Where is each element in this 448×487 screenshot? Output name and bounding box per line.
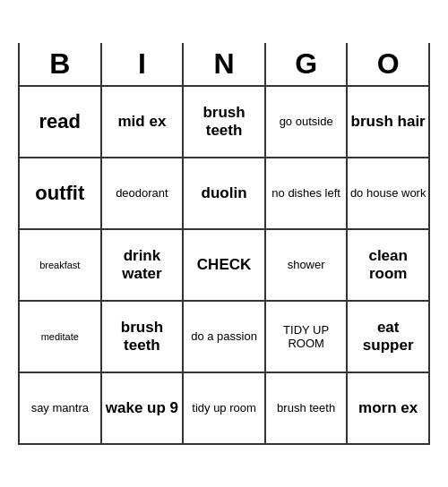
bingo-cell: drink water <box>101 229 184 301</box>
bingo-letter: N <box>183 43 265 86</box>
bingo-row: say mantrawake up 9tidy up roombrush tee… <box>19 372 429 444</box>
bingo-cell: TIDY UP ROOM <box>265 301 347 372</box>
bingo-cell: say mantra <box>19 372 101 444</box>
bingo-cell: meditate <box>19 301 101 372</box>
bingo-cell: no dishes left <box>265 158 347 229</box>
bingo-cell: eat supper <box>347 301 429 372</box>
bingo-letter: B <box>19 43 101 86</box>
bingo-cell: brush hair <box>347 86 429 158</box>
bingo-cell: wake up 9 <box>101 372 184 444</box>
bingo-cell: brush teeth <box>265 372 347 444</box>
bingo-cell: tidy up room <box>183 372 265 444</box>
bingo-cell: do a passion <box>183 301 265 372</box>
bingo-cell: read <box>19 86 101 158</box>
bingo-row: breakfastdrink waterCHECKshowerclean roo… <box>19 229 429 301</box>
bingo-cell: CHECK <box>183 229 265 301</box>
bingo-row: outfitdeodorantduolinno dishes leftdo ho… <box>19 158 429 229</box>
bingo-row: readmid exbrush teethgo outsidebrush hai… <box>19 86 429 158</box>
bingo-cell: brush teeth <box>183 86 265 158</box>
bingo-card: BINGO readmid exbrush teethgo outsidebru… <box>18 43 430 445</box>
bingo-letter: I <box>101 43 184 86</box>
bingo-cell: outfit <box>19 158 101 229</box>
bingo-cell: morn ex <box>347 372 429 444</box>
bingo-cell: shower <box>265 229 347 301</box>
bingo-cell: duolin <box>183 158 265 229</box>
bingo-cell: breakfast <box>19 229 101 301</box>
bingo-letter: O <box>347 43 429 86</box>
bingo-cell: clean room <box>347 229 429 301</box>
bingo-cell: mid ex <box>101 86 184 158</box>
bingo-cell: do house work <box>347 158 429 229</box>
bingo-cell: brush teeth <box>101 301 184 372</box>
bingo-row: meditatebrush teethdo a passionTIDY UP R… <box>19 301 429 372</box>
bingo-cell: deodorant <box>101 158 184 229</box>
bingo-letter: G <box>265 43 347 86</box>
bingo-cell: go outside <box>265 86 347 158</box>
